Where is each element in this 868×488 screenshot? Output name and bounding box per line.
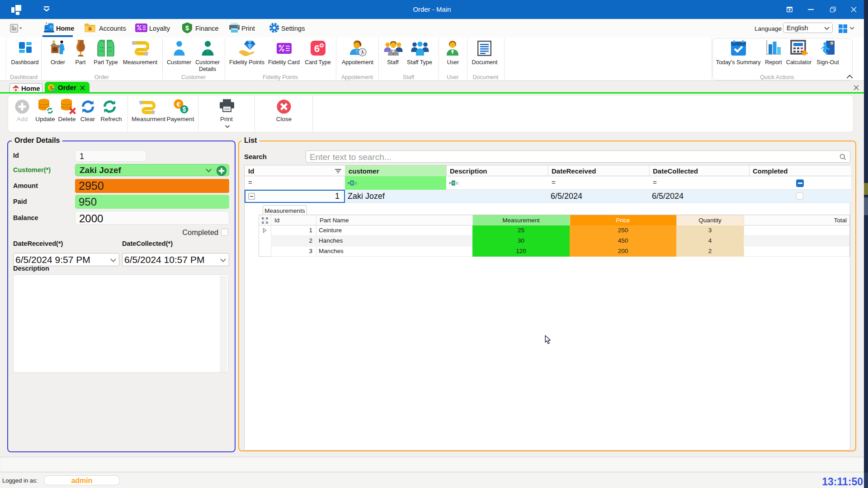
svg-text:C: C xyxy=(355,181,358,185)
svg-text:R: R xyxy=(449,181,452,185)
svg-text:R: R xyxy=(348,181,350,185)
svg-text:6: 6 xyxy=(314,43,320,54)
svg-text:$: $ xyxy=(183,106,186,113)
svg-text:$: $ xyxy=(185,24,189,32)
svg-text:B: B xyxy=(351,181,354,185)
svg-text:B: B xyxy=(452,181,455,185)
svg-text:C: C xyxy=(456,181,459,185)
svg-text:€: € xyxy=(177,100,181,108)
svg-text:$: $ xyxy=(50,85,52,90)
